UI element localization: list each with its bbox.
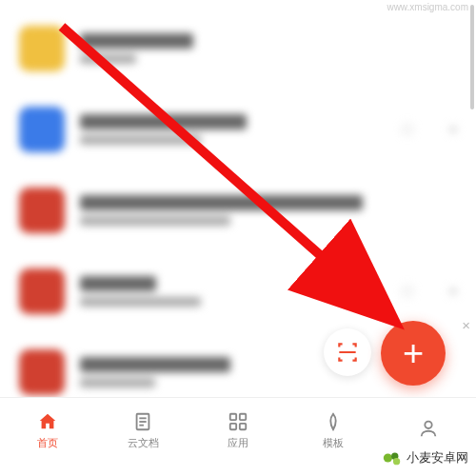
list-item[interactable]: ☆: [0, 250, 476, 331]
file-icon: [19, 268, 65, 314]
list-item[interactable]: [0, 169, 476, 250]
apps-icon: [227, 410, 249, 433]
file-icon: [19, 26, 65, 71]
file-icon: [19, 107, 65, 152]
profile-icon: [417, 417, 440, 440]
list-item[interactable]: [0, 8, 476, 89]
nav-label: 应用: [228, 436, 248, 450]
scan-button[interactable]: [324, 328, 371, 376]
home-icon: [36, 410, 59, 433]
scan-icon: [335, 340, 360, 365]
star-icon[interactable]: ☆: [398, 279, 417, 304]
svg-rect-8: [230, 423, 236, 428]
svg-point-13: [393, 458, 400, 465]
add-button[interactable]: +: [381, 321, 446, 386]
close-icon[interactable]: ×: [462, 317, 470, 333]
svg-point-10: [425, 422, 431, 428]
nav-home[interactable]: 首页: [0, 398, 95, 462]
nav-label: 模板: [323, 436, 344, 450]
template-icon: [322, 410, 345, 433]
nav-templates[interactable]: 模板: [286, 398, 381, 462]
watermark-logo: [382, 447, 403, 468]
list-item[interactable]: ☆: [0, 89, 476, 169]
file-icon: [19, 349, 65, 395]
doc-icon: [131, 410, 154, 433]
nav-cloud-docs[interactable]: 云文档: [95, 398, 190, 462]
nav-label: 云文档: [128, 436, 159, 450]
more-icon[interactable]: [449, 126, 457, 133]
plus-icon: +: [403, 335, 424, 371]
more-icon[interactable]: [449, 288, 457, 295]
nav-label: 首页: [37, 436, 58, 450]
file-icon: [19, 188, 65, 233]
nav-apps[interactable]: 应用: [190, 398, 286, 462]
star-icon[interactable]: ☆: [398, 117, 417, 142]
watermark: 小麦安卓网: [382, 447, 468, 468]
watermark-text: 小麦安卓网: [407, 449, 468, 466]
svg-rect-9: [240, 423, 246, 428]
svg-point-11: [384, 453, 392, 462]
svg-rect-7: [240, 413, 246, 419]
svg-rect-6: [230, 413, 236, 419]
